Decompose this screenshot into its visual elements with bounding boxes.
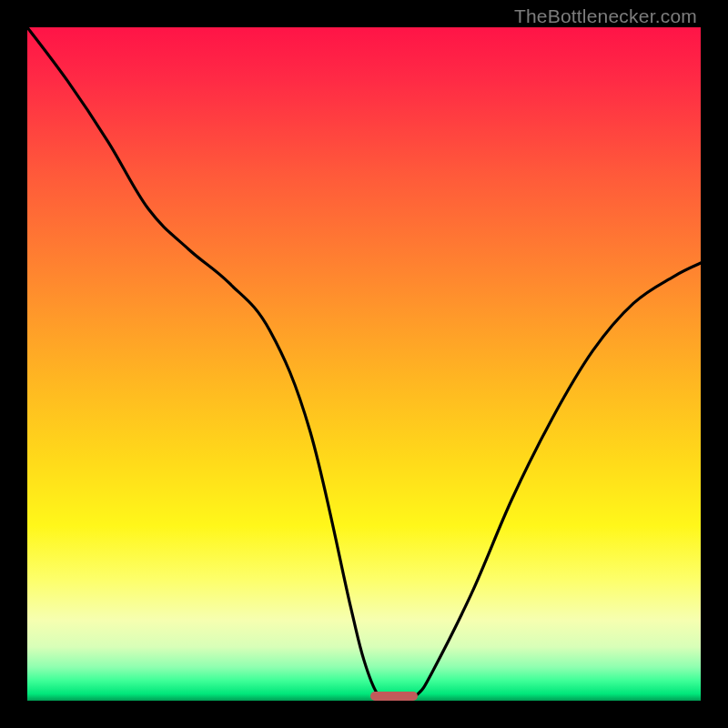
plot-area [27,27,701,701]
chart-frame: TheBottlenecker.com [0,0,728,728]
bottleneck-curve [27,27,701,701]
optimum-range-marker [370,692,418,701]
watermark-text: TheBottlenecker.com [514,5,697,27]
